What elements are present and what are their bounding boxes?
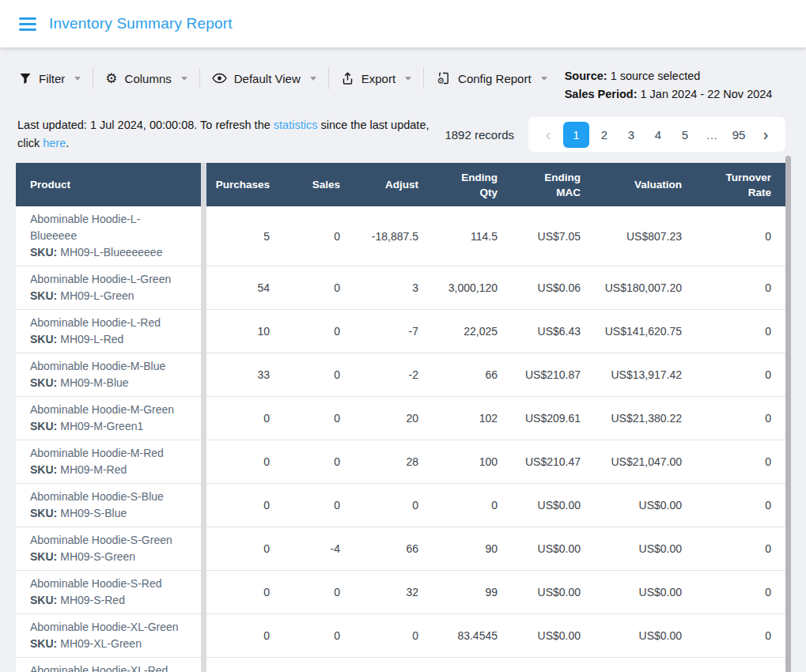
product-name: Abominable Hoodie-S-Blue (30, 489, 187, 505)
page-button-95[interactable]: 95 (727, 122, 751, 148)
column-header-product[interactable]: Product (16, 163, 203, 206)
ending-mac-cell: US$210.47 (512, 440, 595, 484)
product-sku: SKU:MH09-XL-Green (30, 636, 187, 652)
valuation-cell: US$0.00 (595, 527, 696, 571)
product-name: Abominable Hoodie-M-Green (30, 402, 187, 418)
purchases-cell: 5 (203, 206, 284, 266)
turnover-cell: 0 (696, 571, 785, 614)
prev-page-button[interactable]: ‹ (536, 122, 560, 148)
table-row[interactable]: Abominable Hoodie-L-Green SKU:MH09-L-Gre… (16, 266, 785, 310)
turnover-cell: 0 (696, 440, 785, 484)
sku-label: SKU: (30, 246, 57, 259)
table-row[interactable]: Abominable Hoodie-L-Red SKU:MH09-L-Red 1… (16, 310, 785, 353)
ending-qty-cell: 22,025 (433, 310, 512, 353)
sales-period-value: 1 Jan 2024 - 22 Nov 2024 (641, 88, 773, 100)
table-row[interactable]: Abominable Hoodie-M-Blue SKU:MH09-M-Blue… (16, 353, 785, 397)
column-header-purchases[interactable]: Purchases (203, 163, 284, 206)
table-row[interactable]: Abominable Hoodie-S-Red SKU:MH09-S-Red 0… (16, 571, 785, 614)
page-button-1[interactable]: 1 (563, 122, 589, 148)
turnover-cell: 0 (696, 353, 785, 397)
table-row[interactable]: Abominable Hoodie-XL-Green SKU:MH09-XL-G… (16, 614, 785, 658)
page-button-5[interactable]: 5 (673, 122, 697, 148)
sku-label: SKU: (30, 637, 57, 650)
purchases-cell: 0 (203, 484, 284, 527)
ending-qty-cell: 100 (433, 440, 512, 484)
pagination-ellipsis: … (700, 122, 724, 148)
table-row[interactable]: Abominable Hoodie-M-Green SKU:MH09-M-Gre… (16, 397, 785, 440)
turnover-cell: 0 (696, 527, 785, 571)
ending-mac-cell: US$209.61 (512, 397, 595, 440)
filter-icon (19, 72, 32, 85)
table-row[interactable]: Abominable Hoodie-L-Blueeeee SKU:MH09-L-… (16, 206, 785, 266)
valuation-cell: US$21,380.22 (595, 397, 696, 440)
product-sku: SKU:MH09-S-Blue (30, 505, 187, 522)
default-view-button[interactable]: Default View (212, 67, 316, 89)
page-button-4[interactable]: 4 (646, 122, 670, 148)
columns-button[interactable]: ⚙ Columns (105, 67, 187, 89)
ending-qty-cell: 0 (433, 484, 512, 527)
page-button-2[interactable]: 2 (592, 122, 616, 148)
chevron-down-icon (74, 77, 81, 81)
product-sku: SKU:MH09-M-Green1 (30, 418, 187, 435)
product-cell: Abominable Hoodie-L-Blueeeee SKU:MH09-L-… (16, 206, 203, 266)
source-label: Source: (565, 70, 607, 82)
sales-cell: 17 (284, 658, 354, 672)
eye-icon (212, 73, 227, 84)
vertical-scrollbar[interactable] (785, 156, 791, 672)
column-header-sales[interactable]: Sales (284, 163, 354, 206)
ending-qty-cell: 90 (433, 527, 512, 571)
sales-cell: 0 (284, 206, 354, 266)
last-updated-text: Last updated: 1 Jul 2024, 00:00:08. To r… (17, 116, 445, 153)
ending-mac-cell: US$0.06 (512, 266, 595, 310)
toolbar: Filter ⚙ Columns Default View Export ⚙ C… (19, 67, 787, 104)
chevron-down-icon (405, 77, 411, 81)
column-header-turnover-rate[interactable]: Turnover Rate (696, 163, 785, 206)
turnover-cell: 0 (696, 614, 785, 658)
sales-cell: 0 (284, 571, 354, 614)
sales-period-line: Sales Period:1 Jan 2024 - 22 Nov 2024 (565, 85, 773, 104)
sku-label: SKU: (30, 333, 57, 345)
toolbar-divider (93, 67, 93, 89)
sales-cell: 0 (284, 614, 354, 658)
valuation-cell: US$0.00 (595, 484, 696, 527)
sku-value: MH09-L-Blueeeeeee (60, 246, 162, 259)
column-header-ending-qty[interactable]: Ending Qty (433, 163, 512, 206)
table-header-row: Product Purchases Sales Adjust Ending Qt… (16, 163, 785, 206)
turnover-cell: 0 (696, 397, 785, 440)
valuation-cell: US$180,007.20 (595, 266, 696, 310)
table-row[interactable]: Abominable Hoodie-S-Blue SKU:MH09-S-Blue… (16, 484, 785, 527)
statistics-link[interactable]: statistics (274, 119, 318, 131)
page-button-3[interactable]: 3 (619, 122, 643, 148)
sku-value: MH09-S-Blue (60, 507, 127, 519)
purchases-cell: 10 (203, 310, 284, 353)
column-header-adjust[interactable]: Adjust (354, 163, 433, 206)
ending-mac-cell: US$210.87 (512, 353, 595, 397)
filter-button[interactable]: Filter (19, 67, 81, 89)
next-page-button[interactable]: › (754, 122, 778, 148)
product-cell: Abominable Hoodie-L-Green SKU:MH09-L-Gre… (16, 266, 203, 310)
toolbar-divider (423, 67, 424, 89)
table-row[interactable]: Abominable Hoodie-M-Red SKU:MH09-M-Red 0… (16, 440, 785, 484)
here-link[interactable]: here (43, 137, 66, 149)
purchases-cell: 54 (203, 266, 284, 310)
ending-mac-cell: US$0.00 (512, 614, 595, 658)
product-sku: SKU:MH09-L-Green (30, 288, 187, 304)
sku-label: SKU: (30, 289, 57, 302)
valuation-cell: US$21,047.00 (595, 440, 696, 484)
table-row[interactable]: Abominable Hoodie-S-Green SKU:MH09-S-Gre… (16, 527, 785, 571)
sku-value: MH09-L-Red (60, 333, 123, 345)
ending-qty-cell: 66 (433, 353, 512, 397)
ending-qty-cell: 114.5 (433, 206, 512, 266)
product-sku: SKU:MH09-L-Red (30, 331, 187, 348)
purchases-cell: 0 (203, 397, 284, 440)
column-header-ending-mac[interactable]: Ending MAC (512, 163, 595, 206)
product-name: Abominable Hoodie-M-Blue (30, 358, 187, 375)
table-row[interactable]: Abominable Hoodie-XL-Red SKU:MH09-XL-Red… (16, 658, 785, 672)
config-report-button[interactable]: ⚙ Config Report (436, 67, 547, 89)
menu-icon[interactable] (19, 17, 36, 31)
export-button[interactable]: Export (341, 67, 411, 89)
column-header-valuation[interactable]: Valuation (595, 163, 696, 206)
sales-cell: 0 (284, 440, 354, 484)
records-count: 1892 records (445, 128, 514, 142)
purchases-cell: 0 (203, 658, 284, 672)
